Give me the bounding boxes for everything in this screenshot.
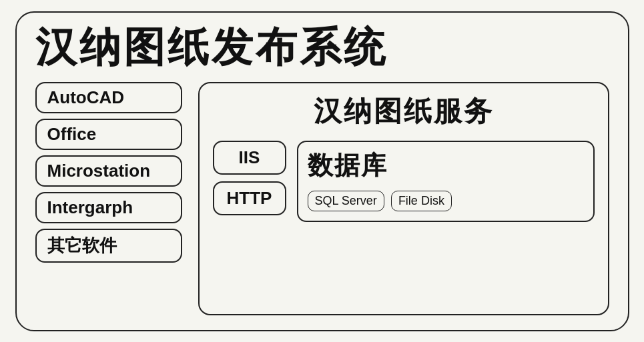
db-items: SQL Server File Disk	[308, 191, 584, 211]
software-other: 其它软件	[35, 229, 182, 263]
iis-item: IIS	[213, 141, 286, 175]
db-file-disk: File Disk	[391, 191, 452, 211]
db-sql-server: SQL Server	[308, 191, 384, 211]
server-title: 汉纳图纸服务	[213, 93, 595, 130]
content-area: AutoCAD Office Microstation Intergarph 其…	[35, 82, 609, 315]
software-office: Office	[35, 119, 182, 150]
main-card: 汉纳图纸发布系统 AutoCAD Office Microstation Int…	[15, 11, 629, 331]
db-title: 数据库	[308, 149, 584, 183]
http-item: HTTP	[213, 181, 286, 215]
software-intergarph: Intergarph	[35, 192, 182, 223]
software-list: AutoCAD Office Microstation Intergarph 其…	[35, 82, 182, 315]
server-content: IIS HTTP 数据库 SQL Server File Disk	[213, 141, 595, 302]
server-box: 汉纳图纸服务 IIS HTTP 数据库 SQL Server File Disk	[198, 82, 609, 315]
page-title: 汉纳图纸发布系统	[35, 25, 609, 70]
software-microstation: Microstation	[35, 155, 182, 187]
database-box: 数据库 SQL Server File Disk	[297, 141, 595, 222]
software-autocad: AutoCAD	[35, 82, 182, 113]
iis-http-stack: IIS HTTP	[213, 141, 286, 215]
